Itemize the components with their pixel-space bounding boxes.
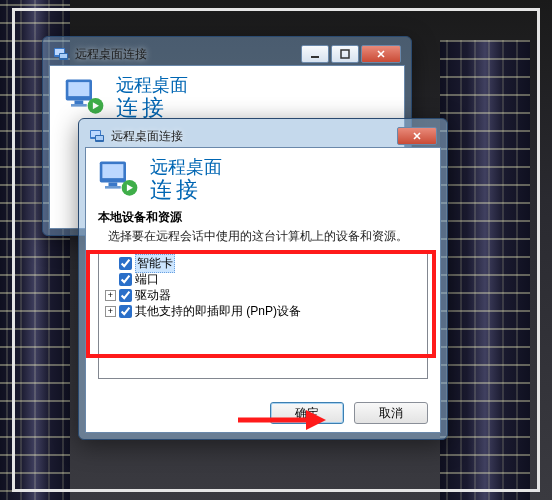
svg-rect-7 [68,82,89,96]
section-description: 选择要在远程会话中使用的这台计算机上的设备和资源。 [108,228,428,245]
svg-rect-9 [71,104,87,107]
rdp-app-icon [98,158,140,200]
tree-item-pnp[interactable]: + 其他支持的即插即用 (PnP)设备 [105,304,421,320]
ok-button[interactable]: 确定 [270,402,344,424]
dialog-heading: 远程桌面 [150,158,222,178]
app-heading: 远程桌面 [116,76,188,96]
main-window-titlebar[interactable]: 远程桌面连接 [49,43,405,65]
dialog-client: 远程桌面 连接 本地设备和资源 选择要在远程会话中使用的这台计算机上的设备和资源… [85,147,441,433]
svg-rect-4 [311,56,319,58]
dialog-close-button[interactable] [397,127,437,145]
cancel-button[interactable]: 取消 [354,402,428,424]
rdp-icon [53,46,69,62]
checkbox-smartcard[interactable] [119,257,132,270]
svg-rect-3 [60,54,67,58]
dialog-title: 远程桌面连接 [111,128,397,145]
expand-pnp-icon[interactable]: + [105,306,116,317]
minimize-button[interactable] [301,45,329,63]
app-subheading: 连接 [116,96,188,119]
checkbox-pnp[interactable] [119,305,132,318]
tree-item-ports[interactable]: 端口 [105,272,421,288]
maximize-button[interactable] [331,45,359,63]
svg-rect-16 [102,164,123,178]
resources-tree[interactable]: 智能卡 端口 + 驱动器 + 其他支持的即插即用 (PnP)设备 [98,251,428,379]
label-pnp: 其他支持的即插即用 (PnP)设备 [135,303,301,320]
expand-drives-icon[interactable]: + [105,290,116,301]
checkbox-drives[interactable] [119,289,132,302]
dialog-titlebar[interactable]: 远程桌面连接 [85,125,441,147]
rdp-resources-dialog: 远程桌面连接 远程桌面 连接 本地设备和资源 选择要在远程会话中使用的这台计算机… [78,118,448,440]
svg-rect-5 [341,50,349,58]
svg-rect-17 [109,183,118,187]
label-ports: 端口 [135,271,159,288]
close-button[interactable] [361,45,401,63]
rdp-app-icon [64,76,106,118]
dialog-button-bar: 确定 取消 [98,394,428,424]
svg-rect-8 [75,101,84,105]
checkbox-ports[interactable] [119,273,132,286]
svg-rect-14 [96,136,103,140]
rdp-icon [89,128,105,144]
main-window-title: 远程桌面连接 [75,46,301,63]
tree-item-drives[interactable]: + 驱动器 [105,288,421,304]
svg-rect-18 [105,186,121,189]
dialog-subheading: 连接 [150,178,222,201]
label-drives: 驱动器 [135,287,171,304]
tree-item-smartcard[interactable]: 智能卡 [105,256,421,272]
section-label: 本地设备和资源 [98,209,428,226]
